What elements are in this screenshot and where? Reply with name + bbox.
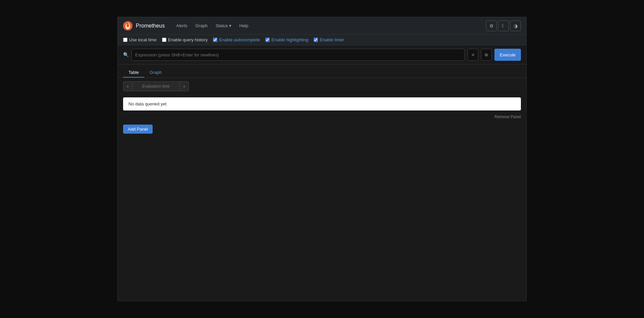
dropdown-chevron-icon: ▾	[229, 23, 231, 28]
content-area	[118, 138, 526, 272]
add-panel-button[interactable]: Add Panel	[123, 125, 153, 134]
navbar-right: ⚙ ☾ ◑	[486, 20, 521, 31]
remove-panel-row: Remove Panel	[118, 113, 526, 121]
tabs-bar: Table Graph	[118, 64, 526, 78]
dark-theme-button[interactable]: ☾	[498, 20, 509, 31]
settings-icon: ⚙	[489, 23, 494, 29]
format-icon: ≡	[472, 52, 474, 57]
enable-autocomplete-checkbox[interactable]	[213, 38, 217, 42]
search-icon: 🔍	[123, 52, 129, 57]
enable-autocomplete-option[interactable]: Enable autocomplete	[213, 37, 260, 42]
chevron-right-icon: ›	[183, 84, 185, 89]
execute-button[interactable]: Execute	[494, 49, 521, 61]
contrast-icon: ◑	[514, 23, 518, 29]
tab-table[interactable]: Table	[123, 68, 144, 78]
enable-linter-label: Enable linter	[320, 37, 344, 42]
no-data-message: No data queried yet	[128, 101, 166, 106]
brand-link[interactable]: Prometheus	[123, 21, 165, 31]
expression-bar: 🔍 ≡ ⊕ Execute	[118, 45, 526, 64]
use-local-time-option[interactable]: Use local time	[123, 37, 157, 42]
enable-highlighting-checkbox[interactable]	[265, 38, 270, 42]
format-button[interactable]: ≡	[468, 49, 478, 61]
nav-help[interactable]: Help	[236, 21, 252, 30]
enable-query-history-label: Enable query history	[168, 37, 208, 42]
enable-query-history-checkbox[interactable]	[162, 38, 166, 42]
brand-name: Prometheus	[136, 23, 165, 29]
navbar: Prometheus Alerts Graph Status ▾ Help ⚙ …	[118, 17, 526, 35]
enable-linter-option[interactable]: Enable linter	[314, 37, 344, 42]
evaluation-time-row: ‹ ›	[118, 78, 526, 95]
enable-highlighting-label: Enable highlighting	[271, 37, 308, 42]
chevron-left-icon: ‹	[127, 84, 128, 89]
add-panel-row: Add Panel	[118, 121, 526, 138]
remove-panel-link[interactable]: Remove Panel	[494, 115, 521, 119]
nav-status[interactable]: Status ▾	[212, 21, 235, 30]
enable-query-history-option[interactable]: Enable query history	[162, 37, 208, 42]
use-local-time-checkbox[interactable]	[123, 38, 127, 42]
enable-linter-checkbox[interactable]	[314, 38, 318, 42]
eval-time-prev-button[interactable]: ‹	[123, 81, 132, 91]
nav-graph[interactable]: Graph	[192, 21, 211, 30]
moon-icon: ☾	[501, 23, 506, 29]
use-local-time-label: Use local time	[129, 37, 157, 42]
options-bar: Use local time Enable query history Enab…	[118, 35, 526, 45]
tab-graph[interactable]: Graph	[144, 68, 167, 78]
globe-icon: ⊕	[484, 52, 488, 57]
contrast-theme-button[interactable]: ◑	[510, 20, 521, 31]
brand-icon	[123, 21, 132, 31]
eval-time-input[interactable]	[132, 81, 179, 91]
enable-autocomplete-label: Enable autocomplete	[219, 37, 260, 42]
expression-input[interactable]	[131, 49, 465, 61]
eval-time-next-button[interactable]: ›	[179, 81, 189, 91]
no-data-box: No data queried yet	[123, 97, 521, 110]
enable-highlighting-option[interactable]: Enable highlighting	[265, 37, 308, 42]
settings-button[interactable]: ⚙	[486, 20, 497, 31]
svg-point-0	[123, 21, 132, 31]
nav-alerts[interactable]: Alerts	[173, 21, 191, 30]
nav-links: Alerts Graph Status ▾ Help	[173, 21, 486, 30]
metrics-explorer-button[interactable]: ⊕	[481, 49, 492, 61]
